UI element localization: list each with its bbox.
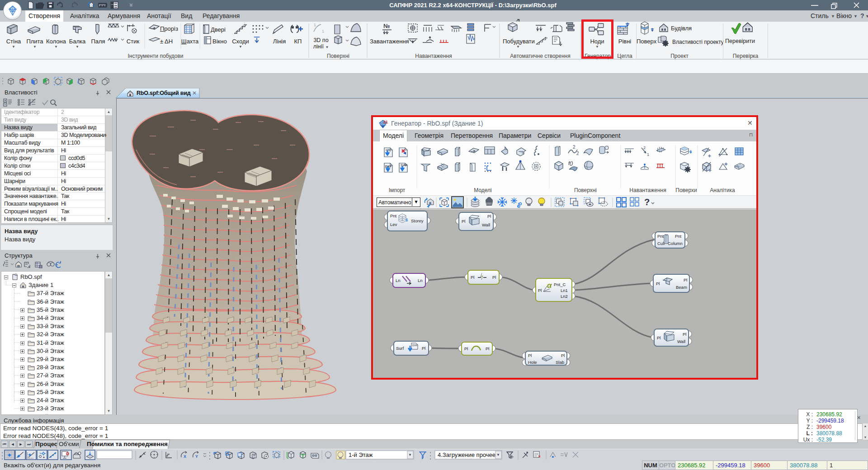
- svg-text:Pnt_C: Pnt_C: [554, 282, 566, 287]
- svg-text:Pl: Pl: [487, 214, 491, 219]
- svg-text:Pl: Pl: [422, 346, 425, 351]
- svg-text:Pl: Pl: [462, 219, 465, 224]
- svg-text:Pnt: Pnt: [657, 234, 664, 239]
- svg-text:Поверхні: Поверхні: [574, 187, 597, 193]
- svg-text:Pl: Pl: [464, 346, 468, 351]
- svg-text:Pl: Pl: [657, 335, 660, 340]
- svg-text:2: 2: [643, 146, 646, 150]
- svg-text:Pl: Pl: [561, 353, 565, 358]
- svg-text:1-й Этаж: 1-й Этаж: [349, 451, 373, 458]
- svg-text:Ln: Ln: [396, 278, 401, 283]
- svg-text:SAF: SAF: [401, 163, 408, 167]
- svg-text:Pnt: Pnt: [390, 213, 397, 218]
- svg-text:Slab: Slab: [556, 360, 564, 365]
- svg-text:Навантаження: Навантаження: [629, 187, 666, 193]
- svg-text:2: 2: [573, 145, 576, 150]
- svg-text:Моделі: Моделі: [474, 187, 492, 193]
- svg-text:Pnt: Pnt: [675, 234, 682, 239]
- svg-text:α: α: [547, 281, 552, 290]
- svg-text:Column: Column: [668, 241, 683, 246]
- svg-text:Ln2: Ln2: [561, 294, 568, 299]
- svg-text:Storey: Storey: [411, 218, 424, 223]
- svg-text:4.Загружение прочее: 4.Загружение прочее: [438, 451, 495, 458]
- svg-text:№: №: [383, 23, 390, 29]
- svg-text:▼: ▼: [496, 453, 500, 457]
- svg-text:Імпорт: Імпорт: [389, 187, 406, 193]
- svg-text:DXF: DXF: [412, 344, 418, 347]
- svg-text:Wall: Wall: [677, 339, 685, 344]
- svg-text:▼: ▼: [408, 453, 412, 457]
- svg-text:21: 21: [383, 120, 388, 124]
- svg-text:1: 1: [647, 152, 649, 157]
- svg-text:Surf: Surf: [396, 346, 404, 351]
- svg-text:2: 2: [576, 151, 579, 156]
- svg-text:Аналітика: Аналітика: [710, 187, 735, 193]
- svg-text:Wall: Wall: [482, 222, 490, 227]
- svg-text:Beam: Beam: [676, 285, 687, 290]
- svg-text:Hole: Hole: [528, 360, 537, 365]
- svg-text:Pl: Pl: [683, 332, 686, 337]
- svg-text:f(): f(): [568, 160, 573, 166]
- svg-text:?: ?: [644, 197, 650, 207]
- svg-text:Pl: Pl: [528, 353, 532, 358]
- svg-text:Pl: Pl: [471, 275, 474, 280]
- svg-text:Lev: Lev: [390, 222, 397, 227]
- svg-text:1: 1: [314, 23, 316, 27]
- svg-text:X: X: [184, 454, 186, 459]
- svg-text:Pl: Pl: [538, 288, 542, 293]
- svg-text:Ln1: Ln1: [561, 288, 568, 293]
- svg-text:1: 1: [322, 29, 324, 33]
- svg-text:Pl: Pl: [656, 281, 660, 286]
- svg-text:Pl: Pl: [684, 277, 687, 282]
- svg-text:Ln: Ln: [418, 278, 423, 283]
- svg-text:Cull: Cull: [657, 241, 665, 246]
- svg-text:Pl: Pl: [492, 275, 496, 280]
- svg-text:Поверхи: Поверхи: [675, 187, 697, 193]
- svg-text:Pl: Pl: [486, 346, 489, 351]
- svg-text:Y: Y: [195, 454, 198, 459]
